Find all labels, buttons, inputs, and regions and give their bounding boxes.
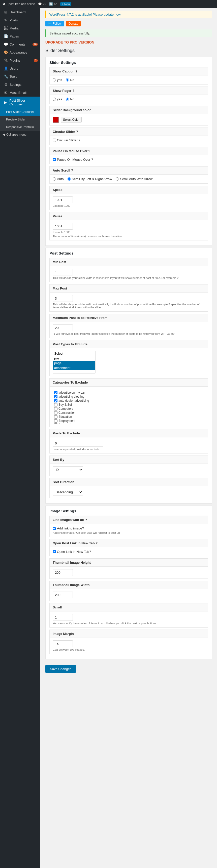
speed-input[interactable] xyxy=(53,196,73,203)
open-new-tab-checkbox[interactable] xyxy=(53,550,56,553)
circular-slider-checkbox-label[interactable]: Circular Slider ? xyxy=(53,138,205,142)
cat-checkbox-auto-dealer[interactable] xyxy=(54,399,57,402)
thumb-height-input[interactable] xyxy=(53,569,73,576)
option-select[interactable]: Select xyxy=(53,351,95,356)
sidebar-item-posts[interactable]: ✎ Posts xyxy=(0,16,40,24)
thumb-height-box: Thumbnail Image Height xyxy=(49,558,208,579)
sidebar-label-posts: Posts xyxy=(9,18,18,22)
upgrade-link[interactable]: UPGRADE TO PRO VERSION xyxy=(45,40,94,44)
circular-slider-body: Circular Slider ? xyxy=(50,136,208,145)
bg-color-label: Slider Background color xyxy=(50,106,208,114)
sidebar-item-settings[interactable]: ⚙ Settings xyxy=(0,81,40,89)
pause-input[interactable] xyxy=(53,223,73,230)
link-images-checkbox-label[interactable]: Add link to image? xyxy=(53,526,205,530)
sidebar-item-pages[interactable]: 📄 Pages xyxy=(0,32,40,40)
sidebar-label-comments: Comments xyxy=(9,42,25,46)
wp-logo: ❦ xyxy=(2,2,5,6)
link-images-desc: Add link to image? On click user will re… xyxy=(53,531,205,534)
tools-icon: 🔧 xyxy=(3,74,8,79)
sidebar-item-users[interactable]: 👤 Users xyxy=(0,64,40,72)
notice-success: Settings saved successfully. xyxy=(45,29,212,37)
scroll-input[interactable] xyxy=(53,614,73,621)
post-types-select[interactable]: Select post page attachment xyxy=(53,351,96,373)
sort-direction-label: Sort Direction xyxy=(50,478,208,486)
collapse-menu[interactable]: ◀ Collapse menu xyxy=(0,131,40,138)
page-title: Slider Settings xyxy=(45,48,212,53)
sidebar-label-appearance: Appearance xyxy=(9,51,27,54)
pause-mouse-checkbox[interactable] xyxy=(53,158,56,161)
max-post-input[interactable] xyxy=(53,295,73,302)
cat-item-featured: Featured xyxy=(54,423,107,424)
max-retrieve-label: Maximum Post to be Retrieve From xyxy=(50,314,208,322)
updates-count[interactable]: 🔄 65 xyxy=(49,2,57,6)
caption-no[interactable]: No xyxy=(66,78,74,82)
sidebar-submenu-carousel[interactable]: Post Slider Carousel xyxy=(0,108,40,116)
scroll-auto-arrow[interactable]: Scroll Auto With Arrow xyxy=(116,177,153,181)
cat-checkbox-employment[interactable] xyxy=(54,419,57,423)
cat-checkbox-construction[interactable] xyxy=(54,411,57,414)
posts-exclude-desc: comma separated post id's to exclude. xyxy=(53,448,205,451)
scroll-auto[interactable]: Auto xyxy=(53,177,64,181)
pages-icon: 📄 xyxy=(3,34,8,38)
sidebar-item-comments[interactable]: 💬 Comments 76 xyxy=(0,40,40,48)
categories-exclude-body: advertise on my car advertising clothing… xyxy=(50,386,208,427)
pager-no[interactable]: No xyxy=(66,97,74,101)
scroll-left-right[interactable]: Scroll By Left & Right Arrow xyxy=(67,177,112,181)
sidebar-item-media[interactable]: 🖼 Media xyxy=(0,24,40,32)
image-settings-title: Image Settings xyxy=(49,509,208,513)
sidebar-item-tools[interactable]: 🔧 Tools xyxy=(0,72,40,81)
site-name[interactable]: post free ads online xyxy=(8,2,35,6)
sidebar-item-dashboard[interactable]: ⊞ Dashboard xyxy=(0,8,40,16)
cat-checkbox-education[interactable] xyxy=(54,415,57,418)
posts-exclude-input[interactable] xyxy=(53,440,103,447)
update-link[interactable]: WordPress 4.7.2 is available! Please upd… xyxy=(49,12,121,17)
categories-list: advertise on my car advertising clothing… xyxy=(53,389,108,424)
cat-checkbox-computers[interactable] xyxy=(54,407,57,410)
option-attachment[interactable]: attachment xyxy=(53,366,95,370)
max-retrieve-input[interactable] xyxy=(53,324,73,331)
show-caption-body: yes No xyxy=(50,75,208,84)
sidebar-submenu-portfolio[interactable]: Responsive Portfolio xyxy=(0,123,40,131)
donate-button[interactable]: Donate xyxy=(66,21,81,26)
thumb-width-input[interactable] xyxy=(53,592,73,598)
image-margin-label: Image Margin xyxy=(50,630,208,638)
comments-count[interactable]: 💬 29 xyxy=(38,2,46,6)
thumb-height-body xyxy=(50,567,208,579)
cat-checkbox-featured[interactable] xyxy=(54,423,57,425)
save-changes-button[interactable]: Save Changes xyxy=(45,665,76,673)
sort-direction-select[interactable]: Descending Ascending xyxy=(53,489,83,496)
min-post-input[interactable] xyxy=(53,269,73,275)
cat-checkbox-advertise[interactable] xyxy=(54,391,57,394)
caption-yes[interactable]: yes xyxy=(53,78,62,82)
image-margin-input[interactable] xyxy=(53,640,73,647)
cat-checkbox-buy-sell[interactable] xyxy=(54,403,57,406)
select-color-button[interactable]: Select Color xyxy=(61,117,82,123)
sidebar-label-tools: Tools xyxy=(9,75,17,79)
option-page[interactable]: page xyxy=(53,361,95,366)
circular-slider-checkbox[interactable] xyxy=(53,138,56,142)
link-images-checkbox[interactable] xyxy=(53,527,56,530)
cat-item-clothing: advertising clothing xyxy=(54,395,107,399)
sort-by-select[interactable]: ID date title rand xyxy=(53,466,83,473)
option-post[interactable]: post xyxy=(53,356,95,361)
sidebar-item-plugins[interactable]: 🔌 Plugins 2 xyxy=(0,56,40,64)
open-new-tab-checkbox-label[interactable]: Open Link In New Tab? xyxy=(53,550,205,554)
sidebar-item-appearance[interactable]: 🎨 Appearance xyxy=(0,48,40,56)
post-types-exclude-box: Post Types to Exclude Select post page a… xyxy=(49,340,208,376)
image-settings-section: Image Settings Link images with url ? Ad… xyxy=(45,505,212,659)
sidebar-item-post-slider[interactable]: ▶ Post Slider Carousel xyxy=(0,97,40,108)
pause-label: Pause xyxy=(50,212,208,220)
pager-yes[interactable]: yes xyxy=(53,97,62,101)
posts-exclude-body: comma separated post id's to exclude. xyxy=(50,437,208,453)
color-swatch[interactable] xyxy=(53,117,59,123)
pause-mouse-checkbox-label[interactable]: Pause On Mouse Over ? xyxy=(53,158,205,161)
sidebar: ⊞ Dashboard ✎ Posts 🖼 Media 📄 Pages 💬 Co… xyxy=(0,8,40,868)
sidebar-submenu-preview[interactable]: Preview Slider xyxy=(0,116,40,123)
auto-scroll-label: Auto Scroll ? xyxy=(50,166,208,175)
new-button[interactable]: + New xyxy=(60,2,71,6)
sidebar-item-mass-email[interactable]: ✉ Mass Email xyxy=(0,89,40,97)
link-images-body: Add link to image? Add link to image? On… xyxy=(50,524,208,537)
follow-button[interactable]: 🐦 Follow xyxy=(45,21,64,26)
sort-direction-body: Descending Ascending xyxy=(50,486,208,498)
cat-checkbox-clothing[interactable] xyxy=(54,395,57,398)
